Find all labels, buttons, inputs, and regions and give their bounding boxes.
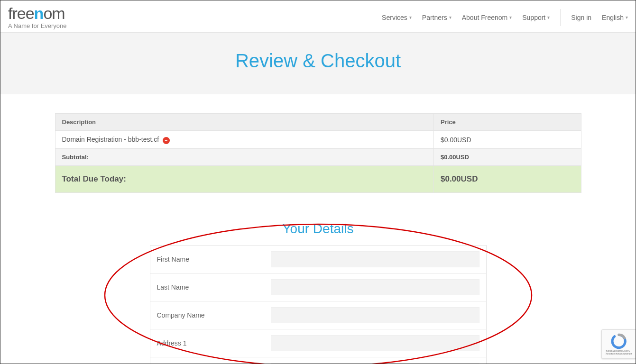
address1-label: Address 1 xyxy=(157,339,271,347)
nav-signin[interactable]: Sign in xyxy=(571,14,591,21)
chevron-down-icon: ▾ xyxy=(547,15,550,20)
recaptcha-line2: Условия использования xyxy=(606,352,632,355)
first-name-input[interactable] xyxy=(271,251,479,267)
nav-right: Services ▾ Partners ▾ About Freenom ▾ Su… xyxy=(382,9,628,26)
logo: freenom xyxy=(8,5,67,21)
brand[interactable]: freenom A Name for Everyone xyxy=(8,5,67,29)
company-name-label: Company Name xyxy=(157,311,271,319)
remove-item-icon[interactable]: − xyxy=(163,137,170,144)
field-row-last-name: Last Name xyxy=(150,273,486,301)
cart-table: Description Price Domain Registration - … xyxy=(55,113,581,193)
topbar: freenom A Name for Everyone Services ▾ P… xyxy=(0,0,636,33)
cart-total-label: Total Due Today: xyxy=(55,166,433,193)
nav-separator xyxy=(560,9,561,26)
nav-about[interactable]: About Freenom ▾ xyxy=(462,14,512,21)
nav-services-label: Services xyxy=(382,14,407,21)
chevron-down-icon: ▾ xyxy=(626,15,628,20)
nav-partners-label: Partners xyxy=(422,14,447,21)
nav-support-label: Support xyxy=(522,14,545,21)
brand-tagline: A Name for Everyone xyxy=(8,22,67,29)
nav-about-label: About Freenom xyxy=(462,14,508,21)
company-name-input[interactable] xyxy=(271,307,479,323)
details-box: First Name Last Name Company Name Addres… xyxy=(150,245,487,364)
recaptcha-icon xyxy=(611,333,627,349)
chevron-down-icon: ▾ xyxy=(409,15,412,20)
last-name-input[interactable] xyxy=(271,279,479,295)
cart-subtotal-value: $0.00USD xyxy=(433,149,581,166)
cart-subtotal-label: Subtotal: xyxy=(55,149,433,166)
cart-item-description: Domain Registration - bbb-test.cf xyxy=(62,136,159,143)
cart-total-value: $0.00USD xyxy=(433,166,581,193)
cart-wrap: Description Price Domain Registration - … xyxy=(55,113,581,193)
chevron-down-icon: ▾ xyxy=(449,15,452,20)
nav-language[interactable]: English ▾ xyxy=(602,14,628,21)
address1-input[interactable] xyxy=(271,335,479,351)
title-band: Review & Checkout xyxy=(0,33,636,94)
cart-total-row: Total Due Today: $0.00USD xyxy=(55,166,581,193)
nav-services[interactable]: Services ▾ xyxy=(382,14,412,21)
nav-signin-label: Sign in xyxy=(571,14,591,21)
cart-header-price: Price xyxy=(433,114,581,131)
field-row-address1: Address 1 xyxy=(150,329,486,357)
details-title: Your Details xyxy=(0,221,636,237)
nav-partners[interactable]: Partners ▾ xyxy=(422,14,452,21)
cart-header-row: Description Price xyxy=(55,114,581,131)
logo-part-free: free xyxy=(8,4,34,22)
page-title: Review & Checkout xyxy=(0,50,636,72)
cart-subtotal-row: Subtotal: $0.00USD xyxy=(55,149,581,166)
logo-part-n: n xyxy=(34,4,44,22)
field-row-first-name: First Name xyxy=(150,246,486,273)
nav-support[interactable]: Support ▾ xyxy=(522,14,550,21)
chevron-down-icon: ▾ xyxy=(509,15,512,20)
field-row-company: Company Name xyxy=(150,301,486,329)
logo-part-om: om xyxy=(43,4,65,22)
recaptcha-badge[interactable]: Конфиденциальность - Условия использован… xyxy=(601,329,636,359)
cart-header-description: Description xyxy=(55,114,433,131)
cart-item-description-cell: Domain Registration - bbb-test.cf − xyxy=(55,131,433,149)
cart-item-price: $0.00USD xyxy=(433,131,581,149)
cart-item-row: Domain Registration - bbb-test.cf − $0.0… xyxy=(55,131,581,149)
first-name-label: First Name xyxy=(157,255,271,263)
last-name-label: Last Name xyxy=(157,283,271,291)
field-row-zip: Zip Code xyxy=(150,357,486,364)
nav-language-label: English xyxy=(602,14,624,21)
